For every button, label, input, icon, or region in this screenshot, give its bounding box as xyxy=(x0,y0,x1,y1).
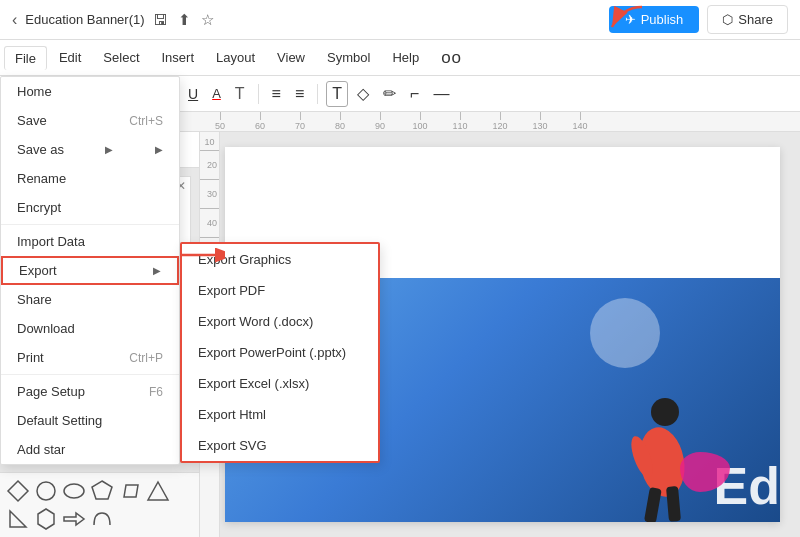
export-graphics[interactable]: Export Graphics xyxy=(182,244,378,275)
menu-save-as[interactable]: Save as ▶ xyxy=(1,135,179,164)
menu-item-view[interactable]: View xyxy=(267,46,315,69)
publish-label: Publish xyxy=(641,12,684,27)
shape-button[interactable]: ◇ xyxy=(352,81,374,106)
ruler-tick: 50 xyxy=(200,112,240,131)
share-icon: ⬡ xyxy=(722,12,733,27)
menu-bar: File Edit Select Insert Layout View Symb… xyxy=(0,40,800,76)
menu-item-layout[interactable]: Layout xyxy=(206,46,265,69)
publish-button[interactable]: ✈ Publish xyxy=(609,6,700,33)
title-icons: 🖫 ⬆ ☆ xyxy=(153,11,214,29)
ruler-tick: 90 xyxy=(360,112,400,131)
menu-export[interactable]: Export ▶ xyxy=(1,256,179,285)
svg-marker-6 xyxy=(148,482,168,500)
line-button[interactable]: — xyxy=(428,82,454,106)
title-left: ‹ Education Banner(1) 🖫 ⬆ ☆ xyxy=(12,11,214,29)
svg-point-10 xyxy=(651,398,679,426)
menu-item-symbol[interactable]: Symbol xyxy=(317,46,380,69)
ruler-tick: 110 xyxy=(440,112,480,131)
export-html[interactable]: Export Html xyxy=(182,399,378,430)
corner-button[interactable]: ⌐ xyxy=(405,82,424,106)
export-word[interactable]: Export Word (.docx) xyxy=(182,306,378,337)
file-menu-sep-1 xyxy=(1,224,179,225)
menu-rename[interactable]: Rename xyxy=(1,164,179,193)
text-box-button[interactable]: T xyxy=(326,81,348,107)
toolbar-separator-2 xyxy=(258,84,259,104)
save-icon[interactable]: 🖫 xyxy=(153,11,168,28)
shape-tools-panel xyxy=(0,472,199,537)
share-button[interactable]: ⬡ Share xyxy=(707,5,788,34)
menu-item-help[interactable]: Help xyxy=(382,46,429,69)
file-menu-sep-2 xyxy=(1,374,179,375)
svg-marker-4 xyxy=(92,481,112,499)
text-icon-button[interactable]: T xyxy=(230,82,250,106)
ruler-tick: 140 xyxy=(560,112,600,131)
ruler-tick: 70 xyxy=(280,112,320,131)
pen-button[interactable]: ✏ xyxy=(378,81,401,106)
svg-marker-7 xyxy=(10,511,26,527)
star-icon[interactable]: ☆ xyxy=(201,11,214,29)
circle-shape-icon[interactable] xyxy=(34,479,58,503)
menu-item-edit[interactable]: Edit xyxy=(49,46,91,69)
svg-rect-12 xyxy=(644,487,662,522)
font-color-button[interactable]: A xyxy=(207,83,226,104)
menu-add-star[interactable]: Add star xyxy=(1,435,179,464)
export-icon[interactable]: ⬆ xyxy=(178,11,191,29)
svg-point-3 xyxy=(64,484,84,498)
svg-marker-1 xyxy=(8,481,28,501)
export-svg[interactable]: Export SVG xyxy=(182,430,378,461)
hexagon-shape-icon[interactable] xyxy=(34,507,58,531)
parallelogram-shape-icon[interactable] xyxy=(118,479,142,503)
menu-item-collab[interactable]: oo xyxy=(431,44,472,72)
svg-marker-9 xyxy=(64,513,84,525)
ruler-tick: 80 xyxy=(320,112,360,131)
export-submenu: Export Graphics Export PDF Export Word (… xyxy=(180,242,380,463)
right-triangle-shape-icon[interactable] xyxy=(6,507,30,531)
menu-item-file[interactable]: File xyxy=(4,46,47,70)
export-powerpoint[interactable]: Export PowerPoint (.pptx) xyxy=(182,337,378,368)
svg-marker-5 xyxy=(124,485,138,497)
menu-import-data[interactable]: Import Data xyxy=(1,227,179,256)
ruler-tick: 100 xyxy=(400,112,440,131)
triangle-shape-icon[interactable] xyxy=(146,479,170,503)
oval-shape-icon[interactable] xyxy=(62,479,86,503)
menu-encrypt[interactable]: Encrypt xyxy=(1,193,179,222)
export-pdf[interactable]: Export PDF xyxy=(182,275,378,306)
title-right: ✈ Publish ⬡ Share xyxy=(609,5,788,34)
menu-print[interactable]: Print Ctrl+P xyxy=(1,343,179,372)
share-label: Share xyxy=(738,12,773,27)
circle-decoration xyxy=(590,298,660,368)
more-align-button[interactable]: ≡ xyxy=(290,82,309,106)
menu-default-setting[interactable]: Default Setting xyxy=(1,406,179,435)
svg-rect-13 xyxy=(666,486,681,522)
menu-share[interactable]: Share xyxy=(1,285,179,314)
menu-download[interactable]: Download xyxy=(1,314,179,343)
svg-point-2 xyxy=(37,482,55,500)
pentagon-shape-icon[interactable] xyxy=(90,479,114,503)
curved-shape-icon[interactable] xyxy=(90,507,114,531)
title-bar: ‹ Education Banner(1) 🖫 ⬆ ☆ ✈ Publish ⬡ … xyxy=(0,0,800,40)
svg-marker-8 xyxy=(38,509,54,529)
export-excel[interactable]: Export Excel (.xlsx) xyxy=(182,368,378,399)
menu-item-insert[interactable]: Insert xyxy=(152,46,205,69)
menu-save[interactable]: Save Ctrl+S xyxy=(1,106,179,135)
ruler-tick: 130 xyxy=(520,112,560,131)
menu-home[interactable]: Home xyxy=(1,77,179,106)
file-dropdown-menu: Home Save Ctrl+S Save as ▶ Rename Encryp… xyxy=(0,76,180,465)
publish-icon: ✈ xyxy=(625,12,636,27)
menu-item-select[interactable]: Select xyxy=(93,46,149,69)
back-icon[interactable]: ‹ xyxy=(12,11,17,29)
underline-button[interactable]: U xyxy=(183,83,203,105)
arrow-shape-icon[interactable] xyxy=(62,507,86,531)
toolbar-separator-3 xyxy=(317,84,318,104)
menu-page-setup[interactable]: Page Setup F6 xyxy=(1,377,179,406)
document-title: Education Banner(1) xyxy=(25,12,144,27)
diamond-shape-icon[interactable] xyxy=(6,479,30,503)
ruler-tick: 120 xyxy=(480,112,520,131)
ruler-tick: 60 xyxy=(240,112,280,131)
align-button[interactable]: ≡ xyxy=(267,82,286,106)
